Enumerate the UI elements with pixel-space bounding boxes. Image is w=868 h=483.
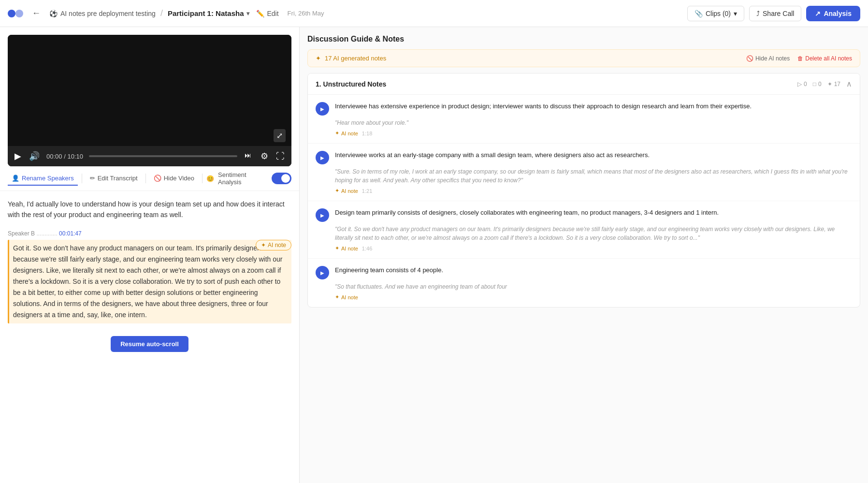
note-time-1: 1:21 <box>362 188 372 194</box>
note-text-3: Engineering team consists of 4 people. <box>335 265 443 275</box>
svg-point-1 <box>15 10 23 17</box>
note-play-button-2[interactable]: ▶ <box>316 208 329 222</box>
note-time-2: 1:46 <box>362 246 372 251</box>
note-item-3: ▶ Engineering team consists of 4 people.… <box>308 259 860 307</box>
sparkle-icon-note1: ✦ <box>335 188 339 194</box>
note-quote-1: "Sure. So in terms of my role, I work at… <box>335 167 852 185</box>
speaker-label-1: Speaker B ............. 00:01:47 <box>8 230 291 237</box>
pencil-icon: ✏️ <box>256 10 264 17</box>
resume-scroll-area: Resume auto-scroll <box>8 331 291 360</box>
meta-notes: □ 0 <box>813 81 822 88</box>
clips-button[interactable]: 📎 Clips (0) ▾ <box>687 6 744 21</box>
transcript-block-1: ✦ AI note Got it. So we don't have any p… <box>8 240 291 324</box>
note-item-header-1: ▶ Interviewee works at an early-stage co… <box>316 150 852 164</box>
hide-icon-sm: 🚫 <box>746 55 753 62</box>
video-screen <box>8 35 291 146</box>
back-button[interactable]: ← <box>28 6 44 20</box>
session-title[interactable]: Participant 1: Natasha ▾ <box>168 9 250 17</box>
transcript-text-1: Got it. So we don't have any product man… <box>8 240 291 324</box>
note-quote-3: "So that fluctuates. And we have an engi… <box>335 282 852 291</box>
video-controls: ▶ 🔊 00:00 / 10:10 ⏭ ⚙ ⛶ <box>8 146 291 166</box>
progress-bar[interactable] <box>89 155 237 157</box>
note-item-header-2: ▶ Design team primarily consists of desi… <box>316 208 852 222</box>
skip-forward-button[interactable]: ⏭ <box>243 150 254 162</box>
project-name: AI notes pre deployment testing <box>60 10 156 17</box>
nav-project[interactable]: ⚽ AI notes pre deployment testing <box>49 10 156 17</box>
clips-chevron-icon: ▾ <box>734 10 737 17</box>
sentiment-toggle-switch[interactable] <box>272 173 291 184</box>
title-chevron-icon: ▾ <box>246 10 249 17</box>
transcript-intro: Yeah, I'd actually love to understand ho… <box>8 199 291 220</box>
analysis-icon: ↗ <box>815 10 821 17</box>
notes-section: 1. Unstructured Notes ▷ 0 □ 0 ✦ 1 <box>307 73 860 307</box>
toolbar-divider-1 <box>82 174 82 183</box>
note-text-1: Interviewee works at an early-stage comp… <box>335 150 650 160</box>
note-footer-0: ✦ AI note 1:18 <box>335 130 852 136</box>
note-footer-1: ✦ AI note 1:21 <box>335 188 852 194</box>
trash-icon: 🗑 <box>797 55 803 62</box>
collapse-section-button[interactable]: ∧ <box>846 79 852 88</box>
transcript-toolbar: 👤 Rename Speakers ✏ Edit Transcript 🚫 Hi… <box>0 166 299 191</box>
note-item-header-3: ▶ Engineering team consists of 4 people. <box>316 265 852 279</box>
note-item-2: ▶ Design team primarily consists of desi… <box>308 201 860 259</box>
note-text-0: Interviewee has extensive experience in … <box>335 102 752 111</box>
note-footer-3: ✦ AI note <box>335 294 852 300</box>
rename-speakers-button[interactable]: 👤 Rename Speakers <box>8 172 78 186</box>
note-item-0: ▶ Interviewee has extensive experience i… <box>308 95 860 144</box>
note-footer-2: ✦ AI note 1:46 <box>335 245 852 251</box>
share-call-button[interactable]: ⤴ Share Call <box>749 6 801 21</box>
note-quote-0: "Hear more about your role." <box>335 118 852 127</box>
hide-video-button[interactable]: 🚫 Hide Video <box>150 172 198 186</box>
volume-button[interactable]: 🔊 <box>28 150 41 162</box>
main-layout: ⤢ ▶ 🔊 00:00 / 10:10 ⏭ ⚙ ⛶ <box>0 27 868 483</box>
right-panel: Discussion Guide & Notes ✦ 17 AI generat… <box>300 27 868 483</box>
ai-banner-actions: 🚫 Hide AI notes 🗑 Delete all AI notes <box>746 55 852 62</box>
note-icon: □ <box>813 81 816 88</box>
topnav: ← ⚽ AI notes pre deployment testing / Pa… <box>0 0 868 27</box>
sparkle-icon: ✦ <box>261 242 266 249</box>
ai-note-tag-0: ✦ AI note <box>335 130 358 136</box>
session-date: Fri, 26th May <box>288 10 324 17</box>
toolbar-divider-2 <box>145 174 146 183</box>
meta-clips: ▷ 0 <box>797 81 807 88</box>
note-play-button-3[interactable]: ▶ <box>316 266 329 279</box>
panel-title: Discussion Guide & Notes <box>307 35 860 44</box>
sparkle-icon-note2: ✦ <box>335 245 339 251</box>
hide-ai-notes-button[interactable]: 🚫 Hide AI notes <box>746 55 790 62</box>
ai-note-tag-1: ✦ AI note <box>335 188 358 194</box>
settings-button[interactable]: ⚙ <box>260 150 269 162</box>
sparkle-icon-note3: ✦ <box>335 294 339 300</box>
pip-button[interactable]: ⤢ <box>274 129 286 142</box>
edit-transcript-button[interactable]: ✏ Edit Transcript <box>86 172 142 186</box>
edit-button[interactable]: ✏️ Edit <box>256 10 278 17</box>
share-icon: ⤴ <box>756 10 760 17</box>
svg-text:⏭: ⏭ <box>245 151 251 159</box>
ai-note-badge: ✦ AI note <box>256 240 291 250</box>
clip-icon: ▷ <box>797 81 802 88</box>
note-item-1: ▶ Interviewee works at an early-stage co… <box>308 144 860 201</box>
note-time-0: 1:18 <box>362 131 372 136</box>
meta-ai-count: ✦ 17 <box>827 81 840 88</box>
notes-section-header: 1. Unstructured Notes ▷ 0 □ 0 ✦ 1 <box>308 73 860 95</box>
play-button[interactable]: ▶ <box>14 150 22 162</box>
edit-icon: ✏ <box>90 175 95 182</box>
resume-autoscroll-button[interactable]: Resume auto-scroll <box>111 336 188 352</box>
nav-separator: / <box>160 8 163 18</box>
note-play-button-0[interactable]: ▶ <box>316 102 329 116</box>
svg-point-0 <box>8 10 15 17</box>
delete-ai-notes-button[interactable]: 🗑 Delete all AI notes <box>797 55 852 62</box>
video-container: ⤢ ▶ 🔊 00:00 / 10:10 ⏭ ⚙ ⛶ <box>8 35 291 166</box>
transcript-content: Yeah, I'd actually love to understand ho… <box>0 191 299 483</box>
ai-note-tag-2: ✦ AI note <box>335 245 358 251</box>
sparkle-icon-banner: ✦ <box>316 55 321 62</box>
analysis-button[interactable]: ↗ Analysis <box>806 6 860 21</box>
ai-icon: ✦ <box>827 81 832 88</box>
sparkle-icon-note: ✦ <box>335 130 339 136</box>
section-meta: ▷ 0 □ 0 ✦ 17 ∧ <box>797 79 852 88</box>
sentiment-toggle: 😊 Sentiment Analysis <box>206 171 291 186</box>
note-play-button-1[interactable]: ▶ <box>316 151 329 164</box>
hide-icon: 🚫 <box>154 175 161 182</box>
clips-icon: 📎 <box>694 10 703 17</box>
note-quote-2: "Got it. So we don't have any product ma… <box>335 225 852 242</box>
fullscreen-button[interactable]: ⛶ <box>275 150 286 162</box>
